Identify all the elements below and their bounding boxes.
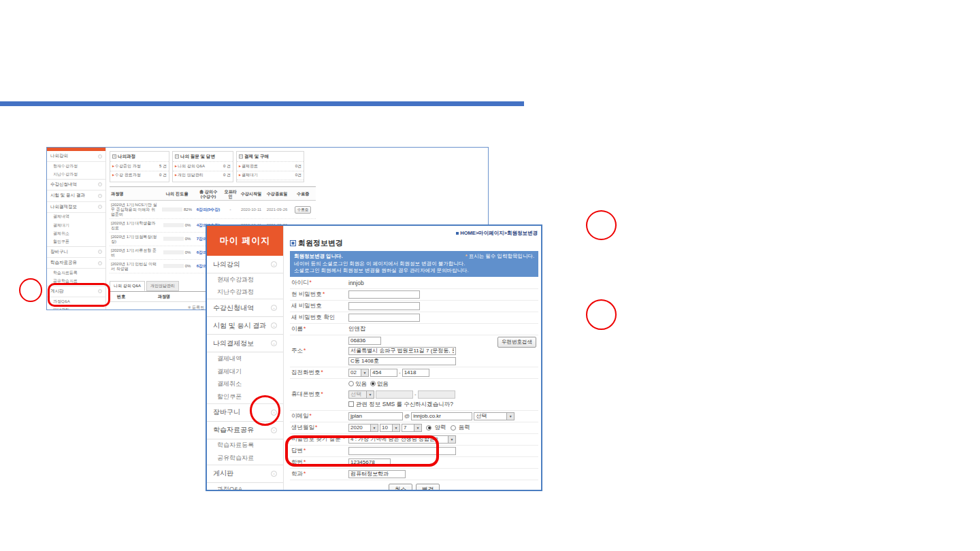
qna-column-header: 과정명 — [133, 292, 195, 301]
mobile-prefix-select[interactable]: 선택▼ — [348, 390, 374, 399]
sidebar-subitem[interactable]: 현재수강과정 — [207, 273, 283, 286]
department-input[interactable] — [348, 470, 406, 478]
sidebar-item-7[interactable]: 게시판› — [47, 286, 105, 297]
cancel-button[interactable]: 취소 — [389, 484, 412, 490]
qna-tab-2[interactable]: 개인면담관리 — [146, 281, 179, 291]
email-domain-select[interactable]: 선택▼ — [474, 412, 514, 420]
password-question-select[interactable]: 4 : 가장 기억에 남는 선생님 성함은?▼ — [348, 435, 456, 444]
course-name: [2020년 1기] 서류전형 준비 — [110, 246, 160, 259]
required-star: * — [466, 253, 468, 259]
sidebar-item-6[interactable]: 학습자료공유› — [207, 422, 283, 439]
email-domain-input[interactable] — [411, 412, 472, 420]
mobile-yes-radio[interactable] — [348, 381, 354, 386]
zipcode-search-button[interactable]: 우편번호검색 — [497, 337, 536, 348]
summary-row[interactable]: ▸장바구니0건 — [237, 180, 304, 182]
sidebar-item-2[interactable]: 수강신청내역› — [47, 180, 105, 190]
sidebar-item-3[interactable]: 시험 및 응시 결과› — [207, 317, 283, 335]
sidebar-subitem[interactable]: 면담관리 — [47, 305, 105, 310]
birth-day-select[interactable]: 7▼ — [402, 424, 422, 432]
sidebar-subitem[interactable]: 결제내역 — [47, 213, 105, 221]
mobile-no-radio[interactable] — [370, 381, 376, 386]
bullet-icon: ▸ — [112, 173, 114, 177]
sidebar-item-4[interactable]: 나의결제정보› — [207, 335, 283, 352]
confirm-password-input[interactable] — [348, 314, 420, 322]
sidebar-subitem[interactable]: 학습자료등록 — [47, 269, 105, 277]
sidebar-item-1[interactable]: 나의강의› — [47, 151, 105, 162]
summary-row[interactable]: ▸나의 강의 Q&A0 건 — [173, 161, 233, 171]
sidebar-subitem[interactable]: 결제취소 — [207, 378, 283, 390]
summary-boxes: +나의과정▸수강중인 과정5 건▸수강 완료과정0 건+나의 질문 및 답변▸나… — [110, 151, 314, 182]
sms-checkbox[interactable] — [348, 401, 354, 407]
sidebar-subitem[interactable]: 학습자료등록 — [207, 439, 283, 452]
sidebar-subitem[interactable]: 결제대기 — [47, 221, 105, 229]
sidebar-subgroup: 과정Q&A면담관리쪽지함 — [47, 297, 105, 310]
sidebar-subitem[interactable]: 할인쿠폰 — [207, 390, 283, 403]
offline-cell: - — [223, 205, 238, 214]
bullet-icon: ▸ — [175, 173, 177, 177]
mobile-mid-input[interactable] — [376, 390, 413, 399]
certificate-button[interactable]: 수료증 — [295, 206, 312, 214]
sidebar-subitem[interactable]: 공유학습자료 — [207, 452, 283, 465]
sidebar-subitem[interactable]: 결제내역 — [207, 352, 283, 365]
chevron-down-icon: ▼ — [370, 424, 378, 431]
summary-row[interactable]: ▸결제완료0건 — [237, 161, 304, 171]
form-row-email: 이메일* @ 선택▼ — [290, 411, 538, 422]
mobile-last-input[interactable] — [418, 390, 455, 399]
sidebar-item-label: 나의결제정보 — [50, 204, 77, 210]
lunar-radio[interactable] — [451, 425, 456, 431]
sidebar-item-6[interactable]: 학습자료공유› — [47, 258, 105, 269]
qna-tab-1[interactable]: 나의 강의 Q&A — [110, 281, 145, 291]
summary-row[interactable]: ▸개인 면담관리0 건 — [173, 171, 233, 180]
sidebar-subitem[interactable]: 과정Q&A — [207, 483, 283, 490]
address-line2-input[interactable] — [348, 357, 456, 365]
breadcrumb-text: HOME>마이페이지>회원정보변경 — [460, 230, 538, 236]
sidebar-subitem[interactable]: 지난수강과정 — [47, 171, 105, 179]
summary-row[interactable]: ▸수강 완료과정0 건 — [110, 171, 169, 180]
sidebar-subitem[interactable]: 할인쿠폰 — [47, 237, 105, 246]
sidebar-item-2[interactable]: 수강신청내역› — [207, 299, 283, 317]
sms-label: 관련 정보 SMS 를 수신하시겠습니까? — [356, 401, 453, 407]
birth-month-select[interactable]: 10▼ — [380, 424, 400, 432]
progress-label: 0% — [185, 264, 191, 268]
sidebar-subitem[interactable]: 지난수강과정 — [207, 286, 283, 299]
solar-radio[interactable] — [426, 425, 431, 431]
submit-button[interactable]: 변경 — [416, 484, 440, 490]
birth-label: 생년월일* — [290, 424, 348, 432]
sidebar-item-5[interactable]: 장바구니› — [47, 247, 105, 258]
student-no-input[interactable] — [348, 458, 391, 467]
sidebar-item-label: 시험 및 응시 결과 — [50, 193, 85, 199]
solar-label: 양력 — [434, 424, 446, 432]
summary-row[interactable]: ▸수강중인 과정5 건 — [110, 161, 169, 171]
sidebar-item-4[interactable]: 나의결제정보› — [47, 202, 105, 213]
summary-row[interactable]: ▸결제대기0건 — [237, 171, 304, 180]
sidebar-item-1[interactable]: 나의강의› — [207, 256, 283, 273]
chevron-circle-icon: › — [271, 340, 277, 346]
sidebar-subitem[interactable]: 결제취소 — [47, 229, 105, 237]
chevron-circle-icon: › — [271, 471, 277, 477]
birth-year-select[interactable]: 2020▼ — [348, 424, 378, 432]
sidebar-item-5[interactable]: 장바구니› — [207, 404, 283, 422]
new-password-input[interactable] — [348, 302, 420, 310]
answer-input[interactable] — [348, 447, 456, 455]
sidebar-subitem[interactable]: 과정Q&A — [47, 297, 105, 305]
telephone-last-input[interactable] — [402, 369, 429, 377]
email-local-input[interactable] — [348, 412, 403, 420]
sidebar-subitem[interactable]: 현재수강과정 — [47, 162, 105, 170]
sidebar-item-3[interactable]: 시험 및 응시 결과› — [47, 190, 105, 201]
mypage-sidebar-title: 마이 페이지 — [207, 226, 283, 256]
summary-box-title: +나의 질문 및 답변 — [173, 152, 233, 161]
address-line1-input[interactable] — [348, 347, 456, 355]
telephone-mid-input[interactable] — [370, 369, 397, 377]
lecture-count-link[interactable]: 6강의(5수강) — [194, 205, 223, 214]
sidebar-item-7[interactable]: 게시판› — [207, 465, 283, 483]
form-row-answer: 답변* — [290, 446, 538, 457]
sidebar-subitem[interactable]: 결제대기 — [207, 365, 283, 378]
qna-column-header: 번호 — [110, 292, 133, 301]
end-date: 2021-09-26 — [264, 205, 290, 214]
sidebar-subitem[interactable]: 공유학습자료 — [47, 278, 105, 286]
zipcode-input[interactable] — [348, 337, 381, 345]
summary-box: +나의과정▸수강중인 과정5 건▸수강 완료과정0 건 — [110, 151, 169, 182]
summary-row-label: 수강 완료과정 — [115, 173, 141, 177]
current-password-input[interactable] — [348, 290, 420, 299]
telephone-area-select[interactable]: 02▼ — [348, 369, 369, 377]
